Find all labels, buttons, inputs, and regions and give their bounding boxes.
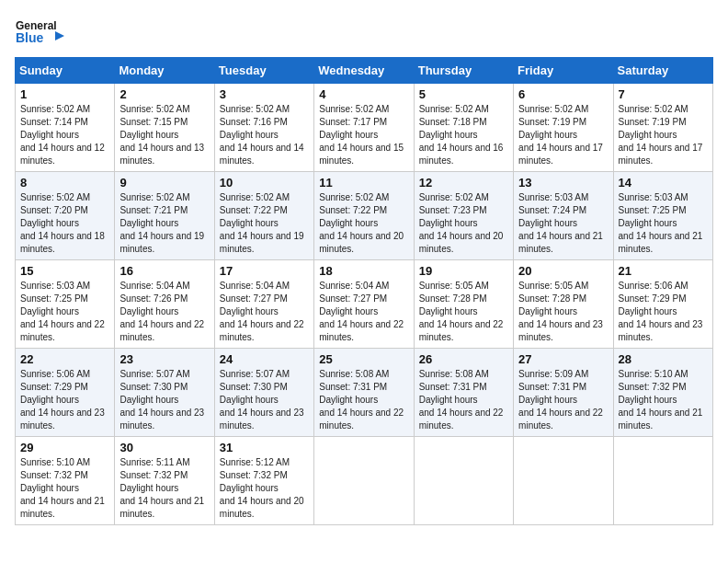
calendar-cell: 7 Sunrise: 5:02 AM Sunset: 7:19 PM Dayli… [613,84,712,172]
calendar-header-row: SundayMondayTuesdayWednesdayThursdayFrid… [16,58,713,84]
calendar-cell [414,437,513,525]
svg-marker-2 [55,31,64,40]
calendar-cell: 23 Sunrise: 5:07 AM Sunset: 7:30 PM Dayl… [115,349,214,437]
day-info: Sunrise: 5:02 AM Sunset: 7:22 PM Dayligh… [319,191,408,256]
calendar-cell: 9 Sunrise: 5:02 AM Sunset: 7:21 PM Dayli… [115,172,214,260]
calendar-cell: 18 Sunrise: 5:04 AM Sunset: 7:27 PM Dayl… [314,260,414,349]
day-info: Sunrise: 5:03 AM Sunset: 7:24 PM Dayligh… [518,191,608,256]
calendar-cell: 31 Sunrise: 5:12 AM Sunset: 7:32 PM Dayl… [214,437,313,525]
calendar-cell: 13 Sunrise: 5:03 AM Sunset: 7:24 PM Dayl… [514,172,613,260]
day-info: Sunrise: 5:04 AM Sunset: 7:27 PM Dayligh… [220,280,309,344]
day-info: Sunrise: 5:10 AM Sunset: 7:32 PM Dayligh… [20,456,109,521]
calendar-cell [514,437,613,525]
day-number: 29 [20,441,109,454]
day-info: Sunrise: 5:07 AM Sunset: 7:30 PM Dayligh… [220,368,309,432]
calendar-cell: 15 Sunrise: 5:03 AM Sunset: 7:25 PM Dayl… [16,260,115,349]
calendar-cell: 17 Sunrise: 5:04 AM Sunset: 7:27 PM Dayl… [214,260,313,349]
day-info: Sunrise: 5:02 AM Sunset: 7:15 PM Dayligh… [119,103,209,167]
week-row-1: 1 Sunrise: 5:02 AM Sunset: 7:14 PM Dayli… [16,84,713,172]
day-info: Sunrise: 5:08 AM Sunset: 7:31 PM Dayligh… [319,368,408,432]
calendar-cell: 16 Sunrise: 5:04 AM Sunset: 7:26 PM Dayl… [115,260,214,349]
day-info: Sunrise: 5:05 AM Sunset: 7:28 PM Dayligh… [518,280,608,344]
day-number: 13 [518,176,608,190]
day-number: 11 [319,176,408,190]
day-info: Sunrise: 5:07 AM Sunset: 7:30 PM Dayligh… [119,368,209,432]
week-row-5: 29 Sunrise: 5:10 AM Sunset: 7:32 PM Dayl… [16,437,713,525]
week-row-3: 15 Sunrise: 5:03 AM Sunset: 7:25 PM Dayl… [16,260,713,349]
day-info: Sunrise: 5:02 AM Sunset: 7:19 PM Dayligh… [518,103,608,167]
day-number: 5 [419,87,508,101]
day-number: 18 [319,264,408,278]
day-number: 7 [619,87,708,101]
day-info: Sunrise: 5:02 AM Sunset: 7:21 PM Dayligh… [119,191,209,256]
day-info: Sunrise: 5:02 AM Sunset: 7:19 PM Dayligh… [619,103,708,167]
day-number: 4 [319,87,408,101]
calendar-cell: 27 Sunrise: 5:09 AM Sunset: 7:31 PM Dayl… [514,349,613,437]
day-number: 9 [119,176,209,190]
day-info: Sunrise: 5:08 AM Sunset: 7:31 PM Dayligh… [419,368,508,432]
calendar-cell: 20 Sunrise: 5:05 AM Sunset: 7:28 PM Dayl… [514,260,613,349]
day-number: 3 [220,87,309,101]
calendar-table: SundayMondayTuesdayWednesdayThursdayFrid… [15,57,713,525]
day-info: Sunrise: 5:02 AM Sunset: 7:22 PM Dayligh… [220,191,309,256]
logo-svg: General Blue [15,15,65,52]
day-info: Sunrise: 5:11 AM Sunset: 7:32 PM Dayligh… [119,456,209,521]
day-info: Sunrise: 5:02 AM Sunset: 7:16 PM Dayligh… [220,103,309,167]
weekday-header-friday: Friday [514,58,613,84]
weekday-header-thursday: Thursday [414,58,513,84]
week-row-2: 8 Sunrise: 5:02 AM Sunset: 7:20 PM Dayli… [16,172,713,260]
day-number: 24 [220,352,309,366]
day-number: 15 [20,264,109,278]
day-number: 8 [20,176,109,190]
day-info: Sunrise: 5:06 AM Sunset: 7:29 PM Dayligh… [619,280,708,344]
day-info: Sunrise: 5:04 AM Sunset: 7:27 PM Dayligh… [319,280,408,344]
day-info: Sunrise: 5:04 AM Sunset: 7:26 PM Dayligh… [119,280,209,344]
calendar-cell: 12 Sunrise: 5:02 AM Sunset: 7:23 PM Dayl… [414,172,513,260]
day-number: 26 [419,352,508,366]
day-number: 27 [518,352,608,366]
calendar-cell: 4 Sunrise: 5:02 AM Sunset: 7:17 PM Dayli… [314,84,414,172]
page-header: General Blue [15,15,713,52]
weekday-header-tuesday: Tuesday [214,58,313,84]
calendar-cell: 3 Sunrise: 5:02 AM Sunset: 7:16 PM Dayli… [214,84,313,172]
calendar-cell: 19 Sunrise: 5:05 AM Sunset: 7:28 PM Dayl… [414,260,513,349]
calendar-cell: 24 Sunrise: 5:07 AM Sunset: 7:30 PM Dayl… [214,349,313,437]
calendar-cell: 6 Sunrise: 5:02 AM Sunset: 7:19 PM Dayli… [514,84,613,172]
day-number: 12 [419,176,508,190]
calendar-cell: 25 Sunrise: 5:08 AM Sunset: 7:31 PM Dayl… [314,349,414,437]
calendar-cell: 11 Sunrise: 5:02 AM Sunset: 7:22 PM Dayl… [314,172,414,260]
day-info: Sunrise: 5:02 AM Sunset: 7:14 PM Dayligh… [20,103,109,167]
day-number: 6 [518,87,608,101]
calendar-cell: 8 Sunrise: 5:02 AM Sunset: 7:20 PM Dayli… [16,172,115,260]
calendar-cell: 10 Sunrise: 5:02 AM Sunset: 7:22 PM Dayl… [214,172,313,260]
day-number: 1 [20,87,109,101]
day-number: 23 [119,352,209,366]
week-row-4: 22 Sunrise: 5:06 AM Sunset: 7:29 PM Dayl… [16,349,713,437]
day-number: 17 [220,264,309,278]
day-number: 22 [20,352,109,366]
day-number: 21 [619,264,708,278]
calendar-cell: 29 Sunrise: 5:10 AM Sunset: 7:32 PM Dayl… [16,437,115,525]
logo: General Blue [15,15,65,52]
calendar-cell: 5 Sunrise: 5:02 AM Sunset: 7:18 PM Dayli… [414,84,513,172]
day-info: Sunrise: 5:10 AM Sunset: 7:32 PM Dayligh… [619,368,708,432]
calendar-cell [314,437,414,525]
day-info: Sunrise: 5:02 AM Sunset: 7:23 PM Dayligh… [419,191,508,256]
day-number: 31 [220,441,309,454]
calendar-cell: 22 Sunrise: 5:06 AM Sunset: 7:29 PM Dayl… [16,349,115,437]
day-number: 28 [619,352,708,366]
calendar-cell [613,437,712,525]
day-info: Sunrise: 5:03 AM Sunset: 7:25 PM Dayligh… [619,191,708,256]
weekday-header-saturday: Saturday [613,58,712,84]
day-number: 16 [119,264,209,278]
weekday-header-monday: Monday [115,58,214,84]
day-info: Sunrise: 5:09 AM Sunset: 7:31 PM Dayligh… [518,368,608,432]
day-number: 20 [518,264,608,278]
calendar-cell: 30 Sunrise: 5:11 AM Sunset: 7:32 PM Dayl… [115,437,214,525]
day-info: Sunrise: 5:03 AM Sunset: 7:25 PM Dayligh… [20,280,109,344]
day-number: 10 [220,176,309,190]
day-info: Sunrise: 5:02 AM Sunset: 7:17 PM Dayligh… [319,103,408,167]
day-info: Sunrise: 5:02 AM Sunset: 7:20 PM Dayligh… [20,191,109,256]
calendar-cell: 2 Sunrise: 5:02 AM Sunset: 7:15 PM Dayli… [115,84,214,172]
day-number: 2 [119,87,209,101]
